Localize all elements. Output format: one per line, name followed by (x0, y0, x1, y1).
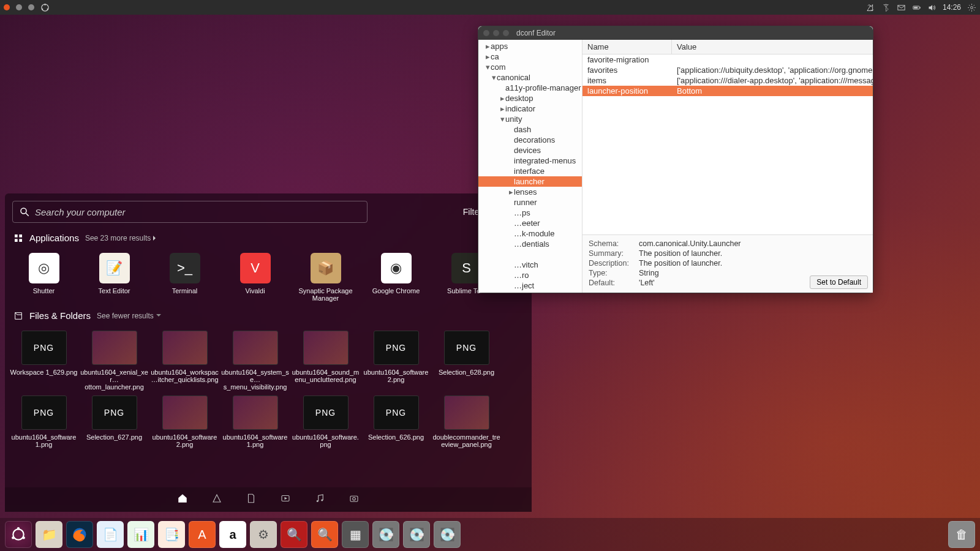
launcher-settings[interactable]: ⚙ (250, 521, 277, 548)
set-to-default-button[interactable]: Set to Default (810, 276, 868, 289)
tree-node[interactable] (478, 249, 582, 260)
launcher-software[interactable]: A (189, 521, 216, 548)
launcher-workspace[interactable]: ▦ (342, 521, 369, 548)
file-item[interactable]: PNGWorkspace 1_629.png (9, 328, 79, 393)
launcher-help[interactable]: 🔍 (311, 521, 338, 548)
tree-node[interactable]: ▸indicator (478, 103, 582, 114)
launcher-writer[interactable]: 📄 (97, 521, 124, 548)
tree-node[interactable]: …ro (478, 270, 582, 280)
file-item[interactable]: ubuntu1604_software2.png (149, 393, 220, 451)
clock[interactable]: 14:26 (943, 3, 961, 12)
window-maximize-button[interactable] (28, 4, 34, 10)
file-item[interactable]: PNGSelection_628.png (431, 328, 502, 393)
file-item[interactable]: ubuntu1604_workspac…itcher_quicklists.pn… (149, 328, 220, 393)
app-item[interactable]: ◉Google Chrome (361, 250, 431, 304)
window-close-button[interactable] (4, 4, 10, 10)
battery-icon[interactable] (912, 3, 921, 12)
tree-node[interactable]: …ject (478, 280, 582, 291)
file-item[interactable]: PNGubuntu1604_software.png (290, 393, 361, 451)
scope-files[interactable] (246, 493, 257, 506)
svg-rect-13 (15, 239, 18, 242)
tree-node[interactable]: …ps (478, 208, 582, 218)
kv-row[interactable]: items['application:///dialer-app.desktop… (582, 75, 873, 86)
launcher-drive-3[interactable]: 💽 (434, 521, 461, 548)
file-item[interactable]: PNGSelection_627.png (79, 393, 149, 451)
tree-node[interactable]: ▾canonical (478, 72, 582, 83)
dconf-tree[interactable]: ▸apps▸ca▾com▾canonicala11y-profile-manag… (478, 40, 582, 293)
tree-node[interactable]: dash (478, 124, 582, 135)
window-minimize-button[interactable] (16, 4, 22, 10)
file-item[interactable]: ubuntu1604_xenial_xer…ottom_launcher.png (79, 328, 149, 393)
col-value[interactable]: Value (672, 40, 873, 54)
tree-node[interactable]: …k-module (478, 228, 582, 239)
tree-node[interactable]: devices (478, 145, 582, 156)
tree-node[interactable]: a11y-profile-manager (478, 83, 582, 93)
launcher-drive-1[interactable]: 💽 (372, 521, 399, 548)
top-menu-bar: 14:26 (0, 0, 980, 15)
file-item[interactable]: ubuntu1604_sound_menu_uncluttered.png (290, 328, 361, 393)
mail-icon[interactable] (897, 3, 906, 12)
app-item[interactable]: >_Terminal (149, 250, 220, 304)
file-item[interactable]: ubuntu1604_system_se…s_menu_visibility.p… (220, 328, 290, 393)
file-item[interactable]: PNGSelection_626.png (361, 393, 431, 451)
launcher-files[interactable]: 📁 (36, 521, 62, 548)
launcher-firefox[interactable] (66, 521, 93, 548)
app-item[interactable]: ◎Shutter (9, 250, 79, 304)
dconf-title-text: dconf Editor (516, 29, 556, 37)
col-name[interactable]: Name (582, 40, 672, 54)
tree-node[interactable]: integrated-menus (478, 156, 582, 166)
tree-node[interactable]: …eeter (478, 218, 582, 228)
kv-row[interactable]: favorites['application://ubiquity.deskto… (582, 65, 873, 75)
launcher-trash[interactable]: 🗑 (948, 521, 975, 548)
tree-node[interactable]: ▾unity (478, 114, 582, 124)
scope-photos[interactable] (349, 493, 360, 506)
apps-more-link[interactable]: See 23 more results (85, 234, 158, 242)
file-item[interactable]: ubuntu1604_software1.png (220, 393, 290, 451)
launcher-amazon[interactable]: a (219, 521, 246, 548)
dconf-close-button[interactable] (483, 30, 489, 36)
dash-search-input[interactable] (35, 207, 361, 217)
file-item[interactable]: PNGubuntu1604_software2.png (361, 328, 431, 393)
bluetooth-icon[interactable] (881, 3, 891, 12)
dconf-maximize-button[interactable] (503, 30, 509, 36)
files-more-link[interactable]: See fewer results (97, 312, 161, 320)
file-item[interactable]: doublecommander_treeview_panel.png (431, 393, 502, 451)
dconf-minimize-button[interactable] (493, 30, 499, 36)
app-item[interactable]: VVivaldi (220, 250, 290, 304)
app-item[interactable]: 📝Text Editor (79, 250, 149, 304)
scope-music[interactable] (314, 493, 325, 506)
scope-applications[interactable] (211, 493, 222, 506)
tree-node[interactable]: decorations (478, 135, 582, 145)
svg-point-2 (42, 8, 43, 10)
tree-node[interactable]: runner (478, 197, 582, 208)
kv-row[interactable]: launcher-positionBottom (582, 86, 873, 96)
launcher-drive-2[interactable]: 💽 (403, 521, 430, 548)
launcher-dash-button[interactable] (5, 521, 32, 548)
tree-node[interactable]: interface (478, 166, 582, 176)
tree-node[interactable]: ▸ca (478, 51, 582, 62)
dash-search-box[interactable] (12, 201, 368, 223)
tree-node[interactable]: ▸lenses (478, 187, 582, 197)
file-item[interactable]: PNGubuntu1604_software1.png (9, 393, 79, 451)
volume-icon[interactable] (927, 3, 937, 12)
dconf-title-bar[interactable]: dconf Editor (478, 26, 873, 40)
launcher-calc[interactable]: 📊 (127, 521, 154, 548)
apps-grid: ◎Shutter📝Text Editor>_TerminalVVivaldi📦S… (5, 246, 532, 308)
launcher-impress[interactable]: 📑 (158, 521, 185, 548)
scope-home[interactable] (177, 493, 188, 506)
tree-node[interactable]: ▸desktop (478, 93, 582, 103)
tree-node[interactable]: …dentials (478, 239, 582, 249)
network-icon[interactable] (866, 3, 875, 12)
svg-rect-12 (19, 234, 22, 238)
svg-point-17 (321, 500, 323, 501)
tree-node[interactable]: launcher (478, 176, 582, 187)
gear-icon[interactable] (967, 3, 976, 12)
launcher-viewer[interactable]: 🔍 (281, 521, 307, 548)
tree-node[interactable]: …vitch (478, 260, 582, 270)
tree-node[interactable]: ▸apps (478, 41, 582, 51)
dconf-table-body[interactable]: favorite-migrationfavorites['application… (582, 54, 873, 234)
scope-video[interactable] (280, 493, 291, 506)
kv-row[interactable]: favorite-migration (582, 54, 873, 65)
app-item[interactable]: 📦Synaptic Package Manager (290, 250, 361, 304)
tree-node[interactable]: ▾com (478, 62, 582, 72)
